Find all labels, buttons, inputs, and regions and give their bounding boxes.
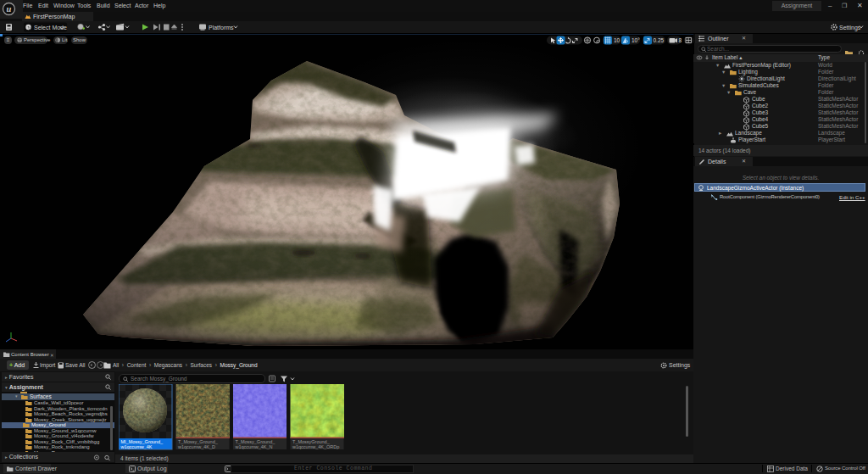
svg-text:u: u [7, 4, 12, 14]
svg-text:w1qccumw_4K: w1qccumw_4K [120, 444, 153, 449]
svg-text:0.25: 0.25 [654, 37, 665, 43]
svg-text:8: 8 [679, 37, 682, 43]
svg-text:w1qccumw_4K_D: w1qccumw_4K_D [177, 444, 215, 449]
svg-text:Platforms: Platforms [209, 25, 234, 31]
svg-text:w1qccumw_4K_N: w1qccumw_4K_N [235, 444, 273, 449]
svg-text:10°: 10° [632, 37, 640, 43]
svg-text:10: 10 [614, 37, 620, 43]
svg-text:w1qccumw_4K_ORDp: w1qccumw_4K_ORDp [292, 444, 339, 449]
svg-text:Settings: Settings [839, 25, 861, 31]
